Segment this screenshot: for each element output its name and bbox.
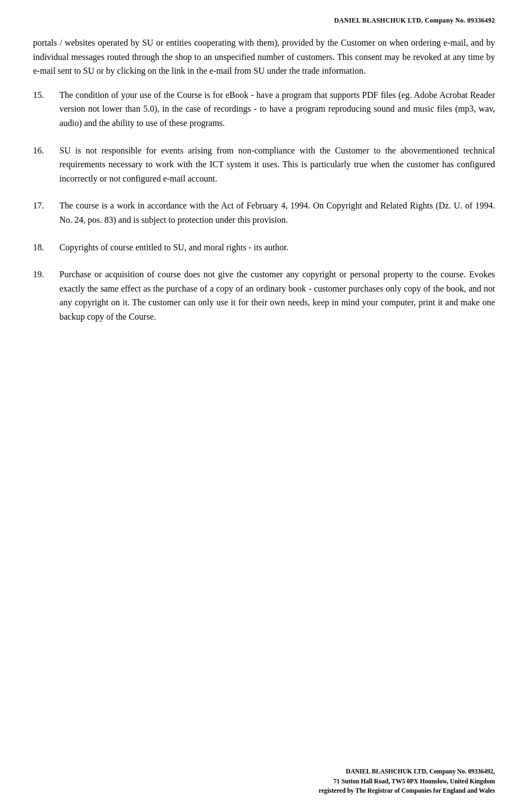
section-15-number: 15. (33, 88, 59, 102)
main-content: portals / websites operated by SU or ent… (33, 36, 495, 324)
section-18-number: 18. (33, 240, 59, 255)
footer-line2: 71 Sutton Hall Road, TW5 0PX Hounslow, U… (319, 777, 495, 786)
section-17-number: 17. (33, 199, 59, 213)
section-16-number: 16. (33, 144, 59, 158)
section-17: 17. The course is a work in accordance w… (33, 199, 495, 227)
section-18-text: Copyrights of course entitled to SU, and… (59, 240, 495, 255)
section-15: 15. The condition of your use of the Cou… (33, 88, 495, 130)
section-18: 18. Copyrights of course entitled to SU,… (33, 240, 495, 255)
footer-line3: registered by The Registrar of Companies… (319, 786, 495, 795)
section-19-number: 19. (33, 267, 59, 282)
section-19: 19. Purchase or acquisition of course do… (33, 267, 495, 323)
intro-paragraph: portals / websites operated by SU or ent… (33, 36, 495, 78)
section-17-text: The course is a work in accordance with … (59, 199, 495, 227)
page-header: DANIEL BLASHCHUK LTD, Company No. 093364… (33, 17, 495, 25)
section-19-text: Purchase or acquisition of course does n… (59, 267, 495, 323)
page-footer: DANIEL BLASHCHUK LTD, Company No. 093364… (319, 767, 495, 795)
footer-line1: DANIEL BLASHCHUK LTD, Company No. 093364… (319, 767, 495, 776)
section-15-text: The condition of your use of the Course … (59, 88, 495, 130)
header-company-info: DANIEL BLASHCHUK LTD, Company No. 093364… (334, 17, 495, 24)
section-16-text: SU is not responsible for events arising… (59, 144, 495, 186)
page-container: DANIEL BLASHCHUK LTD, Company No. 093364… (0, 0, 528, 812)
section-16: 16. SU is not responsible for events ari… (33, 144, 495, 186)
intro-text: portals / websites operated by SU or ent… (33, 38, 495, 75)
